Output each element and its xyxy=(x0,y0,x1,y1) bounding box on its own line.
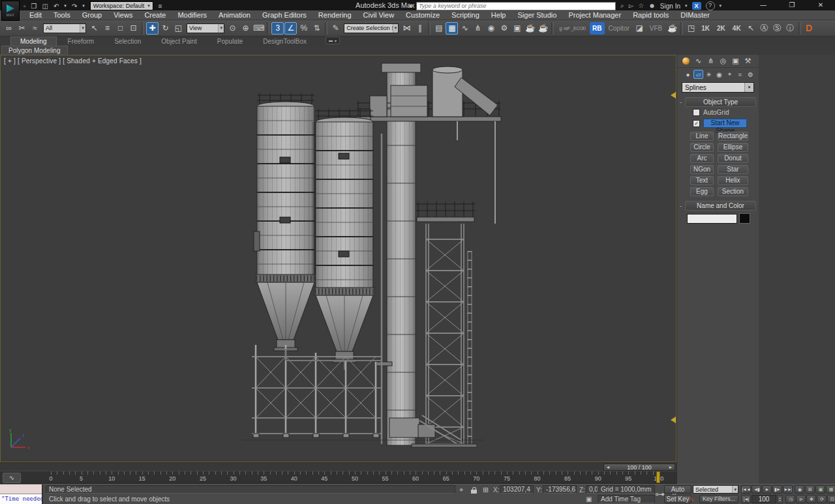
helpers-category[interactable]: ⌖ xyxy=(725,70,735,79)
display-tab[interactable]: ▣ xyxy=(730,56,741,66)
circle-s-button[interactable]: Ⓢ xyxy=(771,22,783,35)
select-and-rotate-button[interactable]: ↻ xyxy=(159,22,172,35)
menu-graph-editors[interactable]: Graph Editors xyxy=(256,10,312,20)
search-input[interactable] xyxy=(416,2,616,10)
utilities-tab[interactable]: ⚒ xyxy=(742,56,753,66)
circle-i-button[interactable]: ⓘ xyxy=(784,22,797,35)
add-time-tag-button[interactable]: Add Time Tag xyxy=(598,495,655,503)
y-coordinate-field[interactable]: -173956,6 xyxy=(543,485,577,494)
resize-render-button[interactable]: ◳ xyxy=(685,22,697,35)
rectangular-selection-region-button[interactable]: □ xyxy=(114,22,127,35)
toggle-scene-explorer-button[interactable]: ▤ xyxy=(433,22,445,35)
res-4k-button[interactable]: 4K xyxy=(729,22,744,35)
render-setup-button[interactable]: ⚙ xyxy=(498,22,510,35)
previous-key-button[interactable]: |◄| xyxy=(741,495,751,503)
key-filters-button[interactable]: Key Filters... xyxy=(699,495,738,503)
copitor-plugin-button[interactable]: Copitor xyxy=(605,22,633,35)
select-cursor-button[interactable]: ↖ xyxy=(745,22,757,35)
tab-selection[interactable]: Selection xyxy=(105,37,150,46)
menu-create[interactable]: Create xyxy=(138,10,172,20)
percent-snap-toggle[interactable]: % xyxy=(297,22,310,35)
object-color-swatch[interactable] xyxy=(739,213,750,224)
frame-spinner[interactable]: ▲ ▼ xyxy=(777,495,783,503)
tab-object-paint[interactable]: Object Paint xyxy=(152,37,205,46)
zoom-extents-all-button[interactable]: ▦ xyxy=(826,485,835,494)
donut-button[interactable]: Donut xyxy=(718,154,748,163)
line-button[interactable]: Line xyxy=(690,132,714,141)
menu-modifiers[interactable]: Modifiers xyxy=(172,10,213,20)
ribbon-minimize-button[interactable]: ▬ ▾ xyxy=(326,37,340,44)
close-button[interactable]: ✕ xyxy=(806,0,835,10)
track-bar-ruler[interactable]: 0510152025303540455055606570758085909510… xyxy=(51,471,659,483)
time-slider-next-icon[interactable]: ► xyxy=(667,465,675,469)
align-button[interactable]: ∥ xyxy=(414,22,426,35)
menu-help[interactable]: Help xyxy=(485,10,512,20)
object-name-input[interactable] xyxy=(687,214,737,224)
set-key-button[interactable]: Set Key xyxy=(664,495,691,503)
create-tab[interactable] xyxy=(680,56,691,66)
debris-plugin-button[interactable]: D xyxy=(803,22,815,35)
material-editor-button[interactable]: ◉ xyxy=(485,22,497,35)
script-macro-button[interactable]: g: reF _ECOD xyxy=(556,22,589,35)
window-crossing-toggle[interactable]: ⊡ xyxy=(127,22,140,35)
edit-named-selection-sets-button[interactable]: ✎ xyxy=(329,22,342,35)
render-production-button[interactable]: ☕ xyxy=(524,22,536,35)
tab-populate[interactable]: Populate xyxy=(208,37,252,46)
rb-plugin-button[interactable]: RB xyxy=(590,22,604,35)
go-to-start-button[interactable]: |◄◄ xyxy=(741,485,751,494)
time-slider-track[interactable]: ◄ 100 / 100 ► xyxy=(0,462,676,471)
key-set-dropdown[interactable]: Selected ▾ xyxy=(693,485,738,494)
menu-views[interactable]: Views xyxy=(108,10,138,20)
spline-category-dropdown[interactable]: Splines ▾ xyxy=(682,82,754,93)
autogrid-checkbox[interactable] xyxy=(693,109,700,116)
toggle-layer-explorer-button[interactable]: ▦ xyxy=(446,22,458,35)
menu-tools[interactable]: Tools xyxy=(48,10,76,20)
select-by-name-button[interactable]: ≡ xyxy=(101,22,114,35)
ellipse-button[interactable]: Ellipse xyxy=(718,143,748,152)
maximize-viewport-toggle[interactable]: ⊡ xyxy=(827,495,835,503)
polygon-modeling-panel[interactable]: Polygon Modeling xyxy=(1,46,68,55)
track-bar[interactable]: ∿ 05101520253035404550556065707580859095… xyxy=(0,471,676,484)
listener-macro-pane[interactable] xyxy=(0,484,42,494)
select-and-scale-button[interactable]: ◱ xyxy=(172,22,185,35)
viewport-label[interactable]: [ + ] [ Perspective ] [ Shaded + Edged F… xyxy=(4,57,142,65)
shapes-category[interactable]: ▱ xyxy=(693,70,703,79)
menu-animation[interactable]: Animation xyxy=(213,10,256,20)
use-pivot-point-center-button[interactable]: ⊙ xyxy=(226,22,239,35)
redo-caret-icon[interactable]: ▾ xyxy=(82,3,85,8)
reference-coordinate-dropdown[interactable]: View ▾ xyxy=(187,23,224,33)
exchange-apps-icon[interactable]: X xyxy=(692,2,701,10)
search-icon[interactable]: ⌕ xyxy=(620,2,624,10)
tab-designtoolbox[interactable]: DesignToolBox xyxy=(254,37,316,46)
egg-button[interactable]: Egg xyxy=(690,187,714,196)
help-caret-icon[interactable]: ▾ xyxy=(720,2,722,10)
rollout-collapse-icon[interactable]: - xyxy=(680,99,685,106)
ngon-button[interactable]: NGon xyxy=(690,165,714,174)
new-key-curve-icon[interactable]: ∿ xyxy=(689,496,694,503)
hierarchy-tab[interactable]: ⋔ xyxy=(705,56,716,66)
mini-curve-editor-button[interactable]: ∿ xyxy=(3,473,21,483)
orbit-button[interactable]: ⟳ xyxy=(817,495,827,503)
scene-script-icon[interactable]: ◪ xyxy=(633,22,646,35)
vfb-plugin-button[interactable]: VFB xyxy=(646,22,665,35)
select-and-manipulate-button[interactable]: ⊕ xyxy=(239,22,252,35)
sign-in-button[interactable]: Sign In xyxy=(660,3,680,10)
curve-editor-button[interactable]: ∿ xyxy=(459,22,471,35)
new-scene-icon[interactable]: ▫ xyxy=(23,3,26,10)
menu-customize[interactable]: Customize xyxy=(400,10,446,20)
menu-rapid-tools[interactable]: Rapid tools xyxy=(627,10,675,20)
schematic-view-button[interactable]: ⋔ xyxy=(472,22,484,35)
application-menu-button[interactable]: MAX xyxy=(1,1,20,21)
circle-a-button[interactable]: Ⓐ xyxy=(758,22,770,35)
systems-category[interactable]: ⚙ xyxy=(746,70,755,79)
absolute-offset-mode-icon[interactable]: ⊞ xyxy=(483,486,489,494)
select-and-move-button[interactable]: ✚ xyxy=(146,22,159,35)
unlink-selection-button[interactable]: ✂ xyxy=(16,22,28,35)
zoom-extents-button[interactable]: ▣ xyxy=(815,485,825,494)
helix-button[interactable]: Helix xyxy=(718,176,748,185)
set-keys-key-icon[interactable]: ⊶ xyxy=(655,488,665,500)
menu-dimaster[interactable]: DIMaster xyxy=(675,10,716,20)
object-type-rollout-header[interactable]: Object Type xyxy=(685,97,756,107)
field-of-view-button[interactable]: ⊳ xyxy=(796,495,806,503)
select-and-link-button[interactable]: ∞ xyxy=(3,22,15,35)
